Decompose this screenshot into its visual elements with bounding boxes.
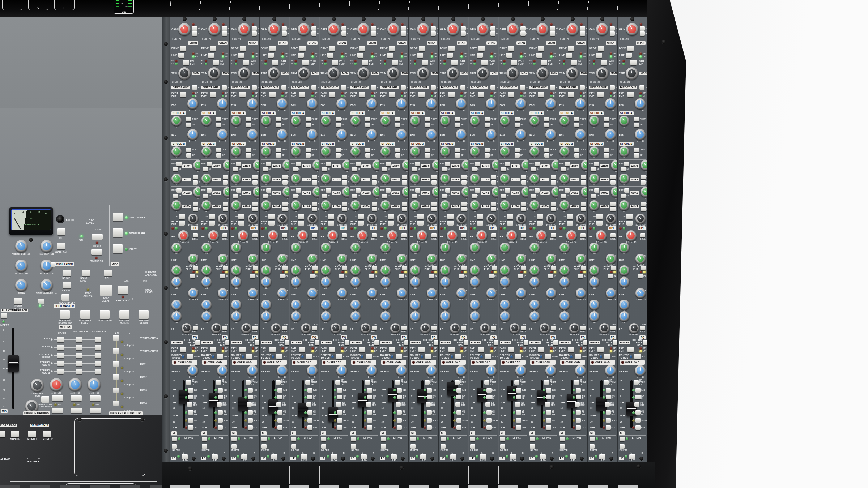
lmf-freq-knob[interactable] xyxy=(427,288,437,298)
hpf-in-button[interactable] xyxy=(417,214,424,219)
trim-knob[interactable] xyxy=(536,67,549,80)
aux4-pre-button[interactable] xyxy=(581,202,586,206)
subgrp-sip-button[interactable] xyxy=(61,294,69,301)
aux4-knob[interactable] xyxy=(529,200,540,210)
ins-in-button[interactable] xyxy=(635,395,641,399)
lf-freq-knob[interactable] xyxy=(271,323,281,333)
lf-gain-knob[interactable] xyxy=(291,311,301,321)
path-flip-button[interactable] xyxy=(571,60,577,65)
direct-out-pre-button[interactable] xyxy=(341,85,346,90)
aux4-sf-button[interactable] xyxy=(641,207,646,211)
afl-button[interactable] xyxy=(113,361,119,367)
ins-pre-button[interactable] xyxy=(515,402,520,407)
sf-to-mix-button[interactable] xyxy=(456,410,461,415)
cut-button[interactable] xyxy=(277,425,282,430)
aux3-sf-button[interactable] xyxy=(412,194,417,198)
solo-button[interactable] xyxy=(307,418,312,423)
hf-bell-button[interactable] xyxy=(431,233,437,237)
follow-path-pan-button[interactable] xyxy=(404,340,409,345)
lf-to-mix-button[interactable] xyxy=(629,454,635,459)
aux4-knob[interactable] xyxy=(171,200,182,210)
lf-freq-knob[interactable] xyxy=(480,323,490,333)
eq-path-flip-button[interactable] xyxy=(551,266,556,270)
aux3-knob[interactable] xyxy=(551,187,558,197)
aux4-pre-button[interactable] xyxy=(641,202,646,206)
hmf-gain-knob[interactable] xyxy=(589,243,599,253)
sf-pan-knob[interactable] xyxy=(247,365,258,376)
aux1-sf-button[interactable] xyxy=(472,167,477,171)
lmf-gain-knob[interactable] xyxy=(529,277,540,287)
sf-to-mix-button[interactable] xyxy=(367,410,372,415)
matrix-button-ext1-1[interactable] xyxy=(76,337,82,342)
aux2-knob[interactable] xyxy=(559,174,570,184)
aux2-knob[interactable] xyxy=(231,174,241,184)
aux1-knob[interactable] xyxy=(641,160,647,170)
aux3-sf-button[interactable] xyxy=(233,194,238,198)
lmf-gain-knob[interactable] xyxy=(380,277,391,287)
sf-pan-knob[interactable] xyxy=(277,365,288,376)
ins-in-button[interactable] xyxy=(606,395,611,399)
phase-button[interactable] xyxy=(371,31,376,36)
line-button[interactable] xyxy=(298,53,304,58)
solo-button[interactable] xyxy=(576,418,581,423)
aux2-sf-button[interactable] xyxy=(282,180,288,185)
path-flip-button[interactable] xyxy=(362,60,368,65)
phantom-48v-button[interactable] xyxy=(580,26,585,31)
cue-b-pan-knob[interactable] xyxy=(515,129,526,140)
comp-makeup-knob[interactable] xyxy=(41,240,53,252)
line-button[interactable] xyxy=(536,53,542,58)
aux1-knob[interactable] xyxy=(551,160,558,170)
aux3-sf-button[interactable] xyxy=(531,194,536,198)
cut-button[interactable] xyxy=(576,425,581,430)
lf-bell-button[interactable] xyxy=(640,326,645,330)
aux2-sf-button[interactable] xyxy=(491,180,496,185)
cue-b-pan-knob[interactable] xyxy=(396,129,407,140)
lf-freq-knob[interactable] xyxy=(540,323,550,333)
trim-knob[interactable] xyxy=(298,67,310,80)
hmf-q-knob[interactable] xyxy=(201,265,212,275)
hmf-freq-knob[interactable] xyxy=(635,254,646,264)
aux1-sf-button[interactable] xyxy=(591,167,596,171)
cue-a-sf-button[interactable] xyxy=(544,123,549,127)
hpf-path-flip-button[interactable] xyxy=(298,221,304,226)
aux3-sf-button[interactable] xyxy=(561,194,566,198)
0db-button[interactable] xyxy=(606,388,611,393)
comp-ratio-knob[interactable] xyxy=(15,279,27,291)
cue-b-level-knob[interactable] xyxy=(321,146,331,157)
direct-out-pre-button[interactable] xyxy=(311,85,316,90)
lf-freq-knob[interactable] xyxy=(301,323,311,333)
aux1-pre-button[interactable] xyxy=(475,162,480,166)
aux3-knob[interactable] xyxy=(521,187,528,197)
hmf-freq-knob[interactable] xyxy=(427,254,437,264)
aux1-knob[interactable] xyxy=(611,160,618,170)
sf-from-lf-button[interactable] xyxy=(216,380,221,385)
lf-bell-button[interactable] xyxy=(193,326,198,330)
route-button[interactable] xyxy=(246,354,252,359)
aux1-knob[interactable] xyxy=(492,160,498,170)
aux1-sf-button[interactable] xyxy=(203,167,208,171)
aux2-sf-button[interactable] xyxy=(372,180,377,185)
drive-button[interactable] xyxy=(598,46,604,51)
lmf-gain-knob[interactable] xyxy=(559,277,570,287)
path-flip-button[interactable] xyxy=(392,60,398,65)
lf-bell-button[interactable] xyxy=(461,326,466,330)
cue-b-sf-button[interactable] xyxy=(216,153,221,158)
lf-freq-knob[interactable] xyxy=(510,323,520,333)
mix-meter-follow-button[interactable] xyxy=(60,310,70,319)
gain-knob[interactable] xyxy=(596,23,608,35)
ins-in-button[interactable] xyxy=(456,395,461,399)
path-flip-button[interactable] xyxy=(508,347,514,352)
aux3-sf-button[interactable] xyxy=(501,194,506,198)
aux1-knob[interactable] xyxy=(253,160,260,170)
line-button[interactable] xyxy=(447,53,453,58)
aux1-sf-button[interactable] xyxy=(442,167,447,171)
lf-ins-in-button[interactable] xyxy=(441,437,446,441)
drive-button[interactable] xyxy=(299,46,306,51)
lmf-gain-knob[interactable] xyxy=(410,277,420,287)
eq-path-flip-button[interactable] xyxy=(492,266,497,270)
lf-ins-pre-button[interactable] xyxy=(231,444,237,449)
comp-sidechain-knob[interactable] xyxy=(41,279,53,291)
lf-ins-in-button[interactable] xyxy=(231,437,237,441)
afl-button[interactable] xyxy=(113,348,119,354)
sf-to-mix-button[interactable] xyxy=(635,410,641,415)
